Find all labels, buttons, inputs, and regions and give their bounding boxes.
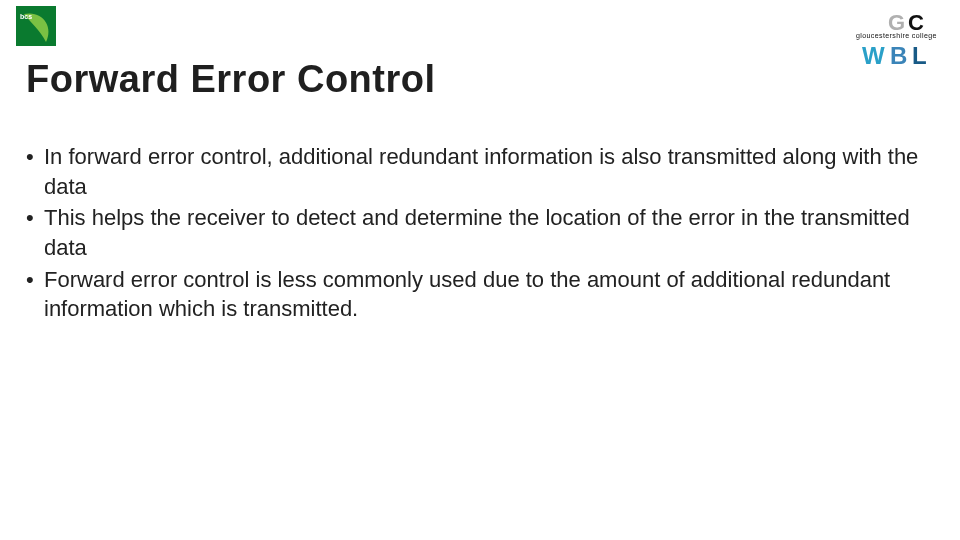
- gc-logo-icon: G C gloucestershire college: [834, 10, 944, 40]
- gc-logo-text: gloucestershire college: [856, 32, 937, 40]
- slide-title: Forward Error Control: [26, 58, 436, 101]
- slide-body: In forward error control, additional red…: [26, 142, 934, 326]
- wbl-logo-icon: W B L: [834, 42, 944, 72]
- bullet-text: In forward error control, additional red…: [44, 144, 918, 199]
- svg-text:L: L: [912, 42, 927, 69]
- svg-text:B: B: [890, 42, 907, 69]
- logo-bar: bcs G C gloucestershire college W B L: [16, 6, 944, 66]
- bullet-text: Forward error control is less commonly u…: [44, 267, 890, 322]
- bcs-logo-text: bcs: [20, 13, 32, 20]
- slide: bcs G C gloucestershire college W B L Fo…: [0, 0, 960, 540]
- bullet-text: This helps the receiver to detect and de…: [44, 205, 910, 260]
- bullet-item: In forward error control, additional red…: [26, 142, 934, 201]
- bcs-logo-icon: bcs: [16, 6, 56, 46]
- bullet-item: This helps the receiver to detect and de…: [26, 203, 934, 262]
- svg-text:W: W: [862, 42, 885, 69]
- bullet-item: Forward error control is less commonly u…: [26, 265, 934, 324]
